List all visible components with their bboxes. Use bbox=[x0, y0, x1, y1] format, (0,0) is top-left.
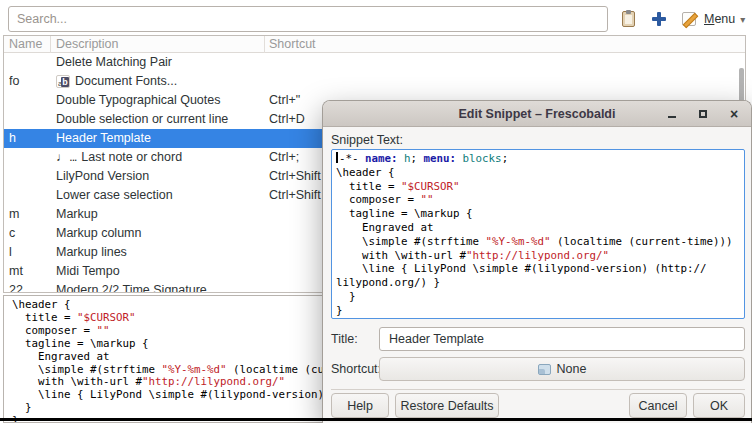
snippet-description: Markup lines bbox=[56, 243, 127, 262]
column-separator bbox=[264, 36, 265, 53]
help-button[interactable]: Help bbox=[331, 393, 389, 418]
paste-button[interactable] bbox=[617, 9, 639, 29]
snippet-description: Lower case selection bbox=[56, 186, 173, 205]
snippet-name: m bbox=[9, 205, 51, 224]
snippet-description: abDocument Fonts... bbox=[56, 72, 177, 91]
ok-button[interactable]: OK bbox=[693, 393, 745, 418]
snippet-name: l bbox=[9, 243, 51, 262]
snippet-description: Double selection or current line bbox=[56, 110, 228, 129]
music-note-icon: ♩ ... bbox=[56, 148, 76, 167]
table-row[interactable]: foabDocument Fonts... bbox=[4, 72, 745, 91]
snippet-text-editor[interactable]: -*- name: h; menu: blocks;\header { titl… bbox=[331, 149, 745, 319]
minimize-icon bbox=[668, 116, 676, 118]
snippet-name: 22 bbox=[9, 281, 51, 293]
snippet-description: Delete Matching Pair bbox=[56, 53, 172, 72]
close-icon: × bbox=[730, 107, 738, 121]
clipboard-icon bbox=[622, 11, 635, 27]
snippet-name: h bbox=[9, 129, 51, 148]
snippet-description: Midi Tempo bbox=[56, 262, 120, 281]
snippet-name: fo bbox=[9, 72, 51, 91]
snippet-shortcut: Ctrl+" bbox=[269, 91, 300, 110]
snippet-description: Double Typographical Quotes bbox=[56, 91, 220, 110]
title-label: Title: bbox=[331, 332, 358, 346]
dialog-titlebar: Edit Snippet – Frescobaldi × bbox=[323, 101, 751, 127]
cancel-button[interactable]: Cancel bbox=[629, 393, 687, 418]
keyboard-shortcut-icon bbox=[538, 364, 551, 375]
restore-defaults-button[interactable]: Restore Defaults bbox=[395, 393, 499, 418]
snippet-description: Header Template bbox=[56, 129, 151, 148]
chevron-down-icon: ▾ bbox=[740, 14, 745, 25]
snippet-name: mt bbox=[9, 262, 51, 281]
snippet-text-label: Snippet Text: bbox=[331, 133, 403, 147]
close-button[interactable]: × bbox=[727, 107, 741, 121]
table-row[interactable]: Delete Matching Pair bbox=[4, 53, 745, 72]
snippet-description: Modern 2/2 Time Signature bbox=[56, 281, 207, 293]
snippet-description: Markup bbox=[56, 205, 98, 224]
minimize-button[interactable] bbox=[665, 107, 679, 121]
column-header-shortcut[interactable]: Shortcut bbox=[269, 37, 316, 51]
title-input[interactable] bbox=[379, 327, 745, 351]
menu-label: Menu bbox=[704, 12, 735, 26]
snippet-description: Markup column bbox=[56, 224, 141, 243]
snippet-shortcut: Ctrl+; bbox=[269, 148, 299, 167]
window-bottom-border bbox=[0, 418, 752, 421]
edit-snippet-button[interactable] bbox=[678, 9, 700, 29]
maximize-button[interactable] bbox=[696, 107, 710, 121]
pencil-icon bbox=[682, 12, 696, 26]
column-header-description[interactable]: Description bbox=[56, 37, 119, 51]
edit-snippet-dialog: Edit Snippet – Frescobaldi × Snippet Tex… bbox=[322, 100, 752, 423]
plus-icon bbox=[652, 12, 666, 26]
shortcut-button[interactable]: None bbox=[379, 357, 745, 381]
search-input[interactable] bbox=[8, 6, 608, 32]
menu-button[interactable]: Menu ▾ bbox=[704, 9, 750, 29]
shortcut-value: None bbox=[557, 362, 587, 376]
maximize-icon bbox=[699, 110, 707, 118]
snippet-description: LilyPond Version bbox=[56, 167, 149, 186]
snippet-shortcut: Ctrl+Shift bbox=[269, 186, 321, 205]
column-header-name[interactable]: Name bbox=[9, 37, 42, 51]
snippet-shortcut: Ctrl+D bbox=[269, 110, 305, 129]
dialog-separator bbox=[331, 389, 745, 390]
shortcut-label: Shortcut: bbox=[331, 362, 381, 376]
column-separator bbox=[50, 36, 51, 53]
document-fonts-icon: ab bbox=[56, 75, 70, 88]
table-header: Name Description Shortcut bbox=[4, 36, 745, 53]
text-cursor bbox=[336, 152, 338, 163]
snippet-name: c bbox=[9, 224, 51, 243]
snippet-description: ♩ ...Last note or chord bbox=[56, 148, 182, 167]
snippet-shortcut: Ctrl+Shift bbox=[269, 167, 321, 186]
add-snippet-button[interactable] bbox=[648, 9, 670, 29]
